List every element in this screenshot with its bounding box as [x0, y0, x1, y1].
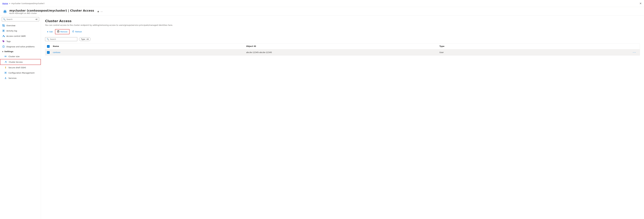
svg-rect-23 — [4, 56, 6, 57]
sidebar-item-overview[interactable]: Overview — [0, 23, 41, 28]
remove-button-label: Remove — [60, 31, 67, 33]
refresh-button[interactable]: Refresh — [70, 29, 84, 34]
sidebar-item-diagnose-label: Diagnose and solve problems — [6, 46, 34, 48]
cluster-size-icon — [4, 55, 7, 58]
filter-bar: 🔍 Type : All — [45, 37, 640, 41]
svg-rect-11 — [4, 26, 4, 27]
svg-point-19 — [3, 41, 3, 41]
cluster-icon — [2, 9, 8, 14]
main-layout: 🔍 ≪ Overview Activity log i Access contr… — [0, 16, 644, 219]
sidebar-search-input[interactable] — [6, 18, 34, 20]
svg-rect-10 — [2, 26, 3, 27]
sidebar-search-box: 🔍 ≪ — [2, 17, 39, 21]
access-table: ✓ Name Object ID Type ✓ contoso abcde-12… — [45, 44, 640, 56]
services-icon — [4, 77, 7, 80]
cluster-access-icon — [4, 61, 7, 63]
search-input[interactable] — [50, 38, 76, 40]
toolbar: + Add Remove Refresh — [45, 29, 640, 34]
tags-icon — [2, 40, 5, 43]
sidebar: 🔍 ≪ Overview Activity log i Access contr… — [0, 16, 41, 219]
cluster-svg-icon — [3, 9, 7, 14]
svg-point-26 — [6, 61, 6, 62]
cluster-access-description: You can control access to the cluster en… — [45, 24, 640, 26]
breadcrumb-home[interactable]: Home — [2, 2, 8, 5]
breadcrumb-cluster[interactable]: mycluster (contosopool/mycluster) — [11, 2, 44, 5]
sidebar-item-cluster-access-label: Cluster Access — [9, 61, 23, 63]
table-row: ✓ contoso abcde-12345-abcde-12345 User ·… — [45, 49, 640, 55]
breadcrumb: Home > mycluster (contosopool/mycluster) — [2, 2, 640, 5]
header-actions: ★ ··· — [97, 10, 103, 13]
settings-section-label: Settings — [4, 50, 13, 53]
refresh-button-label: Refresh — [75, 31, 82, 33]
top-bar: Home > mycluster (contosopool/mycluster)… — [0, 0, 644, 7]
svg-rect-27 — [5, 68, 6, 69]
iam-icon: i — [2, 35, 5, 38]
table-header: ✓ Name Object ID Type — [45, 44, 640, 49]
sidebar-item-tags[interactable]: Tags — [0, 39, 41, 44]
sidebar-item-services-label: Services — [8, 77, 16, 79]
svg-text:i: i — [4, 36, 4, 37]
sidebar-item-cluster-size-label: Cluster size — [8, 55, 20, 58]
search-box: 🔍 — [45, 37, 77, 41]
add-button-label: Add — [49, 31, 52, 33]
sidebar-search-icon: 🔍 — [3, 18, 6, 21]
favorite-button[interactable]: ★ — [97, 10, 100, 13]
more-options-button[interactable]: ··· — [100, 10, 103, 13]
col-type-header: Type — [438, 45, 631, 48]
col-actions-header — [631, 45, 640, 48]
row-checkbox[interactable]: ✓ — [47, 51, 50, 54]
svg-point-33 — [5, 77, 6, 78]
diagnose-icon — [2, 45, 5, 48]
contoso-link[interactable]: contoso — [53, 51, 60, 54]
svg-point-2 — [4, 10, 6, 11]
row-name-cell: contoso — [51, 51, 244, 54]
sidebar-item-cluster-access[interactable]: Cluster Access — [0, 59, 41, 65]
row-type-cell: User — [438, 51, 631, 54]
sidebar-item-config-mgmt[interactable]: Configuration Management — [0, 70, 41, 75]
sidebar-item-config-label: Configuration Management — [8, 72, 34, 74]
svg-line-34 — [5, 78, 6, 79]
col-checkbox: ✓ — [45, 45, 51, 48]
overview-icon — [2, 24, 5, 27]
svg-point-31 — [5, 78, 6, 79]
sidebar-item-ssh-label: Secure shell (SSH) — [8, 67, 26, 69]
settings-chevron-icon: ∨ — [2, 51, 4, 53]
settings-section[interactable]: ∨ Settings — [0, 49, 41, 54]
sidebar-item-secure-shell[interactable]: Secure shell (SSH) — [0, 65, 41, 70]
col-object-id-header: Object ID — [244, 45, 438, 48]
sidebar-item-activity-log-label: Activity log — [6, 30, 17, 32]
remove-icon — [57, 30, 60, 33]
remove-button[interactable]: Remove — [55, 29, 70, 34]
sidebar-item-overview-label: Overview — [6, 25, 15, 27]
row-more-button[interactable]: ··· — [633, 51, 636, 54]
ssh-icon — [4, 66, 7, 69]
cluster-access-title: Cluster Access — [45, 19, 640, 23]
svg-rect-36 — [57, 31, 59, 32]
svg-point-32 — [6, 78, 6, 79]
breadcrumb-separator: > — [9, 2, 10, 5]
svg-line-35 — [6, 78, 6, 79]
sidebar-item-iam-label: Access control (IAM) — [6, 35, 26, 37]
page-header: mycluster (contosopool/mycluster) | Clus… — [0, 7, 644, 16]
sidebar-collapse-button[interactable]: ≪ — [35, 18, 38, 21]
sidebar-item-diagnose[interactable]: Diagnose and solve problems — [0, 44, 41, 49]
type-filter-button[interactable]: Type : All — [79, 37, 90, 41]
refresh-icon — [72, 30, 74, 33]
row-object-id-cell: abcde-12345-abcde-12345 — [244, 51, 438, 54]
close-button[interactable]: ✕ — [640, 2, 642, 5]
page-header-title: mycluster (contosopool/mycluster) | Clus… — [9, 9, 94, 12]
svg-point-22 — [3, 47, 4, 47]
activity-log-icon — [2, 29, 5, 32]
add-button[interactable]: + Add — [45, 30, 54, 34]
col-name-header: Name — [51, 45, 244, 48]
sidebar-item-tags-label: Tags — [6, 40, 11, 43]
sidebar-item-cluster-size[interactable]: Cluster size — [0, 54, 41, 59]
header-text: mycluster (contosopool/mycluster) | Clus… — [9, 9, 94, 14]
config-icon — [4, 71, 7, 74]
sidebar-item-activity-log[interactable]: Activity log — [0, 28, 41, 33]
header-checkbox[interactable]: ✓ — [47, 45, 50, 48]
sidebar-item-services[interactable]: Services — [0, 75, 41, 81]
svg-rect-28 — [4, 72, 6, 74]
sidebar-item-access-control[interactable]: i Access control (IAM) — [0, 33, 41, 39]
add-icon: + — [47, 31, 48, 33]
